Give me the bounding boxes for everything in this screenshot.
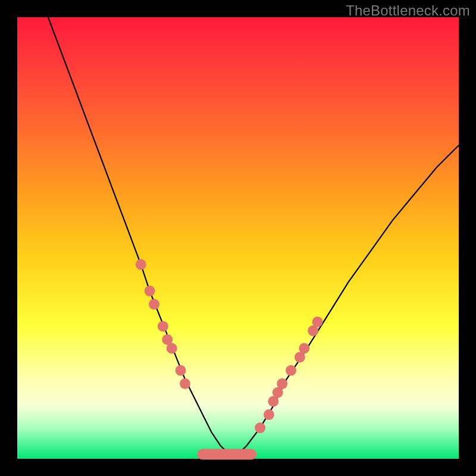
- watermark-text: TheBottleneck.com: [346, 2, 470, 19]
- curve-path: [48, 17, 459, 455]
- marker-group: [136, 259, 323, 455]
- chart-svg: [17, 17, 459, 459]
- marker-dot: [264, 409, 274, 420]
- marker-dot: [145, 286, 155, 296]
- bottleneck-curve: [48, 17, 459, 455]
- marker-dot: [299, 343, 309, 354]
- marker-dot: [176, 365, 186, 376]
- marker-dot: [277, 378, 287, 389]
- marker-dot: [180, 378, 190, 389]
- marker-dot: [312, 317, 323, 327]
- marker-dot: [149, 299, 159, 309]
- marker-dot: [167, 343, 177, 354]
- marker-dot: [255, 422, 265, 433]
- marker-dot: [158, 321, 168, 331]
- marker-dot: [286, 365, 296, 376]
- plot-area: [17, 17, 459, 459]
- marker-dot: [136, 259, 146, 270]
- outer-black-frame: TheBottleneck.com: [0, 0, 476, 476]
